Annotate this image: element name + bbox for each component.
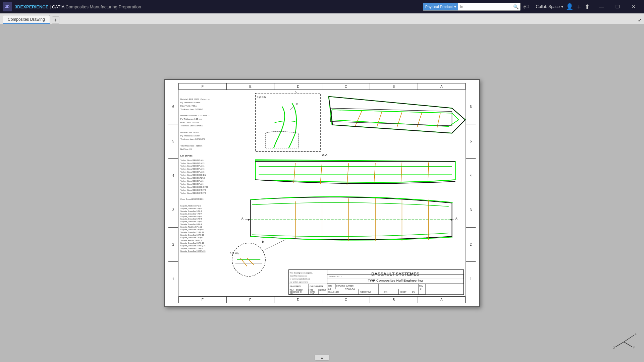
svg-text:A3: A3	[328, 288, 331, 290]
collab-chevron-icon: ▾	[561, 4, 563, 9]
add-icon[interactable]: ＋	[576, 3, 582, 11]
svg-text:Y: Y	[633, 346, 635, 349]
svg-text:A-A: A-A	[322, 153, 327, 157]
col-marker-C: C	[322, 83, 370, 90]
col-marker-E: E	[227, 83, 275, 90]
svg-line-50	[355, 111, 362, 126]
svg-text:Toolset_Group\SEQ.0\PLY:31: Toolset_Group\SEQ.0\PLY:31	[180, 165, 205, 167]
svg-line-61	[428, 163, 429, 182]
svg-text:Cores Group\S20.CMORE.0: Cores Group\S20.CMORE.0	[180, 198, 204, 200]
svg-text:B746-54: B746-54	[344, 288, 355, 291]
svg-text:Material : BALSA ----: Material : BALSA ----	[180, 131, 199, 133]
svg-text:WEIGHT(kg): WEIGHT(kg)	[360, 291, 371, 293]
svg-text:Sagsole_CressSec 17/Ply:N: Sagsole_CressSec 17/Ply:N	[180, 247, 204, 249]
svg-rect-93	[289, 284, 425, 295]
svg-text:DRAWING TITLE: DRAWING TITLE	[328, 276, 342, 278]
expand-button[interactable]: ⤢	[638, 18, 641, 24]
svg-text:Material : FER_XES2_Carbon ---: Material : FER_XES2_Carbon ----	[180, 98, 210, 100]
svg-text:Sagsole_CressSec 6/Ply:8: Sagsole_CressSec 6/Ply:8	[180, 218, 202, 220]
svg-text:C: C	[296, 103, 298, 106]
svg-line-60	[401, 163, 402, 183]
drawing-svg: Material : FER_XES2_Carbon ---- Ply Thic…	[178, 90, 466, 296]
svg-text:Toolset_Group\SEQ.0\PLY:23: Toolset_Group\SEQ.0\PLY:23	[180, 162, 205, 164]
svg-text:Sagsole_FirstSec 9/Ply:11: Sagsole_FirstSec 9/Ply:11	[180, 226, 202, 228]
search-bar[interactable]: Physical Product ▾ 🔍	[423, 3, 521, 11]
user-icon[interactable]: 👤	[566, 3, 573, 10]
drawing-sheet: F E D C B A 6 5 4 3 2 1 6 5 4 3 2 1 F	[164, 79, 480, 307]
tab-add-button[interactable]: +	[52, 16, 59, 24]
svg-text:DATE: DATE	[296, 285, 301, 287]
svg-text:Sagsole_CressSec 18/MFlc:23: Sagsole_CressSec 18/MFlc:23	[180, 250, 206, 252]
row-markers-right: 6 5 4 3 2 1	[466, 90, 476, 296]
share-icon[interactable]: ⬆	[585, 3, 590, 10]
search-input[interactable]	[458, 3, 512, 10]
svg-text:A: A	[455, 217, 458, 220]
svg-line-80	[247, 258, 254, 265]
svg-text:B (1:40): B (1:40)	[230, 252, 239, 255]
col-marker-D: D	[274, 83, 322, 90]
svg-text:XXX: XXX	[384, 291, 387, 293]
svg-text:TWR Composites Hull Engineerin: TWR Composites Hull Engineering	[368, 279, 423, 282]
svg-text:C: C	[296, 90, 298, 93]
close-button[interactable]: ✕	[626, 2, 641, 11]
svg-line-51	[377, 112, 382, 127]
svg-text:B: B	[262, 240, 264, 244]
svg-text:6/2/2014: 6/2/2014	[319, 289, 326, 291]
minimize-button[interactable]: —	[594, 2, 609, 11]
svg-text:Z: Z	[635, 332, 637, 336]
col-marker-A: A	[418, 83, 466, 90]
svg-text:SHEET: SHEET	[400, 291, 407, 293]
svg-text:Ply Thickness : 0.5mm: Ply Thickness : 0.5mm	[180, 102, 201, 104]
svg-text:X: X	[420, 288, 422, 290]
search-button[interactable]: 🔍	[512, 4, 520, 9]
svg-text:It can't be reproduced: It can't be reproduced	[290, 275, 308, 277]
col-marker-F: F	[178, 83, 227, 90]
drawing-content: Material : FER_XES2_Carbon ---- Ply Thic…	[178, 90, 466, 296]
svg-text:Sagsole_CressSec 16/MFly:16: Sagsole_CressSec 16/MFly:16	[180, 245, 206, 247]
svg-line-128	[615, 342, 624, 347]
restore-button[interactable]: ❐	[610, 2, 625, 11]
svg-text:X: X	[613, 346, 615, 349]
svg-text:Toolset_Group\SEQ.3\SNPLY:C: Toolset_Group\SEQ.3\SNPLY:C	[180, 192, 206, 194]
collab-space-area[interactable]: Collab Space ▾	[536, 4, 563, 9]
svg-line-126	[624, 335, 634, 342]
tab-composites-drawing[interactable]: Composites Drawing	[3, 15, 50, 24]
app-logo: 3D	[3, 2, 12, 11]
svg-text:XXX: XXX	[290, 292, 293, 294]
svg-text:A: A	[241, 217, 244, 220]
svg-text:Toolset_Group\SEQ.0\PLY:66: Toolset_Group\SEQ.0\PLY:66	[180, 168, 205, 170]
svg-line-49	[290, 107, 294, 110]
bottom-nav-button[interactable]: ▲	[315, 355, 330, 361]
svg-text:This drawing is our property.: This drawing is our property.	[290, 272, 313, 274]
svg-text:Ply Thickness : 15mm: Ply Thickness : 15mm	[180, 135, 200, 137]
svg-text:SIZE: SIZE	[328, 285, 332, 287]
svg-text:C (1:10): C (1:10)	[257, 96, 266, 99]
action-icons: 👤 ＋ ⬆	[566, 3, 590, 11]
svg-marker-66	[248, 219, 250, 221]
svg-text:Thickness Law : 3/3/0/5/0: Thickness Law : 3/3/0/5/0	[180, 125, 203, 127]
col-marker-B: B	[370, 83, 418, 90]
svg-text:Sagsole_FirstSec 1/Ply:1: Sagsole_FirstSec 1/Ply:1	[180, 205, 201, 207]
svg-text:Toolset_Group\SEQ.3\PLY:6: Toolset_Group\SEQ.3\PLY:6	[180, 183, 204, 185]
svg-text:or communicated without: or communicated without	[290, 278, 310, 280]
svg-text:Sagsole_FirstSec 14/Ply:2: Sagsole_FirstSec 14/Ply:2	[180, 239, 202, 241]
svg-text:Fiber : 5elf - 1200cm: Fiber : 5elf - 1200cm	[180, 121, 199, 123]
svg-text:1/1: 1/1	[412, 291, 415, 293]
tabbar: Composites Drawing + ⤢	[0, 13, 644, 24]
svg-line-81	[265, 240, 285, 250]
svg-text:Sagsole_CressSec 12/Ply:16: Sagsole_CressSec 12/Ply:16	[180, 234, 204, 236]
svg-text:Toolset_Group\SEQ.3\NPLY:E: Toolset_Group\SEQ.3\NPLY:E	[180, 177, 205, 179]
svg-text:SCALE 1:150: SCALE 1:150	[328, 291, 339, 293]
svg-text:DASSAULT SYSTEMES: DASSAULT SYSTEMES	[371, 272, 420, 277]
col-markers-top: F E D C B A	[178, 83, 466, 90]
svg-text:Total Thickness : 216mm: Total Thickness : 216mm	[180, 145, 203, 147]
main-content: F E D C B A 6 5 4 3 2 1 6 5 4 3 2 1 F	[0, 24, 644, 362]
svg-text:Sagsole_CressSec 15/Ply:16: Sagsole_CressSec 15/Ply:16	[180, 242, 204, 244]
row-markers-left: 6 5 4 3 2 1	[168, 90, 178, 296]
app-logo-text: 3D	[5, 5, 10, 9]
search-scope-dropdown[interactable]: Physical Product ▾	[423, 3, 458, 10]
coord-indicator: Z X Y	[610, 328, 637, 355]
tag-icon[interactable]: 🏷	[523, 3, 529, 10]
svg-text:Sagsole_CressSec 11/Fly:12: Sagsole_CressSec 11/Fly:12	[180, 231, 204, 233]
svg-text:Sagsole_CressSec 10/Ply:12: Sagsole_CressSec 10/Ply:12	[180, 229, 204, 231]
